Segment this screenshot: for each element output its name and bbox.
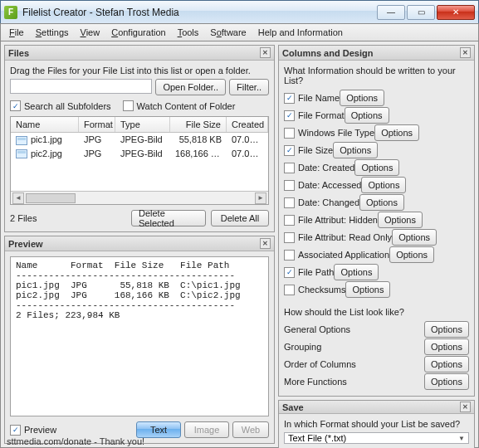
column-checkbox[interactable]: ✓File Name [284,93,340,104]
menubar: File Settings View Configuration Tools S… [0,23,479,41]
save-panel-close-icon[interactable]: ✕ [460,402,471,412]
column-options-button[interactable]: Options [333,142,378,158]
column-options-button[interactable]: Options [354,159,399,176]
file-table: Name Format Type File Size Created pic1.… [10,116,269,205]
column-options-button[interactable]: Options [378,212,423,228]
columns-panel-title: Columns and Design [282,48,373,58]
files-panel-close-icon[interactable]: ✕ [260,47,271,58]
look-option-label: General Options [284,324,424,334]
column-option-row: Date: AccessedOptions [284,177,469,193]
delete-selected-button[interactable]: Delete Selected [131,210,206,226]
column-option-row: ✓File SizeOptions [284,142,469,158]
column-checkbox[interactable]: Associated Application [284,250,389,261]
text-view-button[interactable]: Text [136,421,181,438]
look-options-button[interactable]: Options [424,321,469,338]
col-size-header[interactable]: File Size [170,117,227,132]
open-folder-button[interactable]: Open Folder.. [155,79,226,95]
search-subfolders-checkbox[interactable]: ✓Search all Subfolders [10,100,111,111]
column-options-button[interactable]: Options [359,194,404,211]
column-option-row: File Attribut: Read OnlyOptions [284,229,469,246]
watch-content-checkbox[interactable]: Watch Content of Folder [123,100,236,111]
format-select-value: Text File (*.txt) [288,433,346,443]
menu-settings[interactable]: Settings [31,26,74,39]
column-options-button[interactable]: Options [340,90,384,106]
look-question: How should the List look like? [284,307,469,317]
save-panel-title: Save [282,402,304,412]
menu-tools[interactable]: Tools [173,26,204,39]
menu-software[interactable]: Software [205,26,251,39]
menu-view[interactable]: View [76,26,105,39]
app-icon: F [4,6,17,19]
save-panel: Save ✕ In which Format should your List … [278,400,475,448]
column-option-row: ✓File FormatOptions [284,107,469,124]
folder-path-input[interactable] [10,79,152,94]
col-format-header[interactable]: Format [79,117,115,132]
menu-configuration[interactable]: Configuration [106,26,170,39]
columns-design-panel: Columns and Design ✕ What Information sh… [278,45,475,397]
menu-file[interactable]: File [4,26,29,39]
filter-button[interactable]: Filter.. [229,79,269,95]
look-options-button[interactable]: Options [424,356,469,373]
column-checkbox[interactable]: Date: Changed [284,197,359,208]
files-panel: Files ✕ Drag the Files for your File Lis… [4,45,275,232]
preview-checkbox[interactable]: ✓Preview [10,425,56,436]
maximize-button[interactable]: ▭ [407,5,435,20]
files-instruction: Drag the Files for your File List into t… [10,66,269,75]
scroll-thumb[interactable] [26,193,76,203]
look-option-row: Order of ColumnsOptions [284,356,469,373]
look-option-label: More Functions [284,377,424,387]
image-view-button[interactable]: Image [184,421,229,438]
image-file-icon [16,149,27,158]
close-button[interactable]: ✕ [437,5,475,20]
table-row[interactable]: pic1.jpg JPG JPEG-Bild 55,818 KB 07.04.2… [11,133,268,147]
status-bar: sttmedia.com/donate - Thank you! [7,436,144,446]
window-title: Filelist Creator - Stefan Trost Media [22,7,377,18]
files-panel-title: Files [8,48,29,58]
col-name-header[interactable]: Name [11,117,79,132]
preview-panel-close-icon[interactable]: ✕ [260,238,271,249]
column-checkbox[interactable]: ✓File Path [284,267,334,278]
table-row[interactable]: pic2.jpg JPG JPEG-Bild 168,166 KB 07.04.… [11,147,268,161]
delete-all-button[interactable]: Delete All [211,210,269,226]
look-option-row: General OptionsOptions [284,321,469,338]
column-options-button[interactable]: Options [345,281,390,298]
preview-text-area: Name Format File Size File Path --------… [10,256,269,416]
scroll-left-icon[interactable]: ◄ [12,192,24,204]
column-options-button[interactable]: Options [334,264,379,280]
column-checkbox[interactable]: File Attribut: Read Only [284,232,392,243]
column-options-button[interactable]: Options [345,107,389,124]
col-type-header[interactable]: Type [115,117,170,132]
menu-help[interactable]: Help and Information [253,26,348,39]
web-view-button[interactable]: Web [232,421,269,438]
look-option-row: GroupingOptions [284,338,469,355]
window-controls: — ▭ ✕ [377,5,475,20]
scroll-right-icon[interactable]: ► [255,192,266,204]
column-checkbox[interactable]: Windows File Type [284,128,374,139]
minimize-button[interactable]: — [377,5,405,20]
column-checkbox[interactable]: Date: Accessed [284,180,361,191]
preview-panel-title: Preview [8,239,43,249]
columns-panel-close-icon[interactable]: ✕ [460,47,471,58]
column-option-row: File Attribut: HiddenOptions [284,212,469,228]
look-option-label: Grouping [284,342,424,352]
column-options-button[interactable]: Options [361,177,406,193]
column-checkbox[interactable]: File Attribut: Hidden [284,215,378,226]
column-options-button[interactable]: Options [392,229,437,246]
column-options-button[interactable]: Options [374,124,419,141]
column-option-row: Associated ApplicationOptions [284,246,469,263]
look-option-row: More FunctionsOptions [284,373,469,390]
file-table-header: Name Format Type File Size Created [11,117,268,133]
column-option-row: ChecksumsOptions [284,281,469,298]
column-checkbox[interactable]: Date: Created [284,163,354,173]
save-question: In which Format should your List be save… [284,419,469,429]
format-select[interactable]: Text File (*.txt) ▼ [284,432,469,444]
column-checkbox[interactable]: ✓File Format [284,110,345,121]
horizontal-scrollbar[interactable]: ◄ ► [11,191,268,204]
column-checkbox[interactable]: Checksums [284,285,345,295]
col-created-header[interactable]: Created [227,117,268,132]
column-options-button[interactable]: Options [389,246,434,263]
look-options-button[interactable]: Options [424,373,469,390]
look-options-button[interactable]: Options [424,338,469,355]
file-count: 2 Files [10,213,126,223]
column-checkbox[interactable]: ✓File Size [284,145,333,156]
